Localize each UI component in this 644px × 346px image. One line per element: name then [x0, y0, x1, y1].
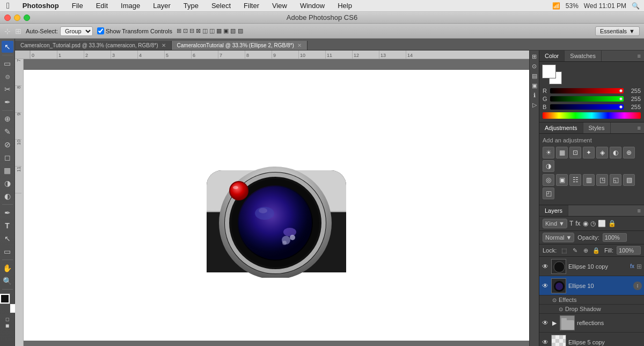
- kind-dropdown[interactable]: Kind ▼: [543, 219, 567, 228]
- layers-panel-menu[interactable]: ≡: [634, 205, 644, 216]
- minimize-button[interactable]: [14, 15, 20, 21]
- adj-threshold[interactable]: ◱: [610, 174, 621, 186]
- menu-image[interactable]: Image: [119, 2, 142, 10]
- lock-position-btn[interactable]: ⊕: [581, 246, 590, 255]
- layer-visibility-reflections[interactable]: 👁: [541, 319, 549, 327]
- search-icon[interactable]: 🔍: [632, 2, 640, 10]
- brush-tool[interactable]: ✎: [2, 126, 13, 138]
- doc-tab-2[interactable]: CameraIconTutorial @ 33.3% (Ellipse 2, R…: [172, 41, 308, 50]
- apple-menu[interactable]: : [4, 1, 12, 11]
- adj-vibrance[interactable]: ◈: [596, 147, 608, 158]
- adj-channel-mixer[interactable]: ▣: [556, 174, 568, 186]
- lasso-tool[interactable]: ⌾: [2, 70, 13, 82]
- gradient-tool[interactable]: ▦: [2, 164, 13, 176]
- layer-ellipse10copy[interactable]: 👁 Ellipse 10 copy fx ⊞: [539, 257, 644, 276]
- arrange-btn[interactable]: ▤: [531, 72, 538, 80]
- tab-adjustments[interactable]: Adjustments: [539, 122, 583, 133]
- layer-fx-ellipse10copy[interactable]: fx: [630, 263, 634, 269]
- zoom-fit-btn[interactable]: ⊞: [531, 53, 538, 60]
- adj-levels[interactable]: ▦: [556, 147, 568, 158]
- menu-edit[interactable]: Edit: [94, 2, 110, 10]
- r-slider[interactable]: [550, 88, 624, 93]
- layer-drop-shadow[interactable]: ⊙ Drop Shadow: [539, 305, 644, 314]
- layer-options-btn-ellipse10[interactable]: ↕: [633, 282, 642, 290]
- filter-icon[interactable]: T: [569, 220, 573, 227]
- tab-color[interactable]: Color: [539, 51, 565, 61]
- blur-tool[interactable]: ◑: [2, 177, 13, 189]
- opacity-input[interactable]: [603, 233, 627, 242]
- menu-filter[interactable]: Filter: [241, 2, 261, 10]
- menu-select[interactable]: Select: [209, 2, 233, 10]
- menu-help[interactable]: Help: [335, 2, 354, 10]
- spot-heal-tool[interactable]: ⊕: [2, 113, 13, 125]
- lock-all-btn[interactable]: 🔒: [592, 246, 601, 255]
- eyedropper-tool[interactable]: ✒: [2, 96, 13, 108]
- foreground-color-swatch[interactable]: [543, 65, 555, 78]
- g-slider[interactable]: [550, 96, 624, 102]
- clone-tool[interactable]: ⊘: [2, 139, 13, 150]
- filter-adjust-icon[interactable]: ◉: [583, 220, 588, 227]
- pen-tool[interactable]: ✒: [2, 207, 13, 219]
- adj-color-lookup[interactable]: ☷: [569, 174, 581, 186]
- adj-brightness[interactable]: ☀: [543, 147, 554, 158]
- dodge-tool[interactable]: ◐: [2, 190, 13, 202]
- crop-tool[interactable]: ✂: [2, 83, 13, 95]
- filter-effect-icon[interactable]: fx: [575, 220, 580, 227]
- layer-visibility-ellipse5copy[interactable]: 👁: [541, 338, 549, 346]
- actions-btn[interactable]: ▷: [531, 101, 538, 109]
- color-spectrum[interactable]: [543, 112, 641, 119]
- doc-tab-1[interactable]: CameraIcon_Tutorial.psd @ 33.3% (camerai…: [15, 41, 172, 50]
- menu-view[interactable]: View: [270, 2, 289, 10]
- menu-layer[interactable]: Layer: [151, 2, 173, 10]
- marquee-tool[interactable]: ▭: [2, 57, 13, 69]
- adj-photo-filter[interactable]: ◎: [543, 174, 554, 186]
- foreground-color[interactable]: [0, 294, 10, 304]
- move-tool[interactable]: ↖: [2, 41, 13, 53]
- channels-btn[interactable]: ▣: [531, 82, 538, 89]
- lock-pixel-btn[interactable]: ✎: [570, 246, 579, 255]
- fill-input[interactable]: [617, 246, 641, 255]
- layer-ellipse5copy[interactable]: 👁: [539, 333, 644, 346]
- show-transform-option[interactable]: Show Transform Controls: [97, 27, 172, 34]
- lock-transparent-btn[interactable]: ⬚: [560, 246, 568, 255]
- filter-smart-icon[interactable]: ◷: [590, 220, 596, 227]
- essentials-button[interactable]: Essentials ▼: [595, 26, 640, 36]
- layer-ellipse10[interactable]: 👁 Ellipse 10 ↕: [539, 276, 644, 295]
- folder-arrow[interactable]: ▶: [551, 320, 558, 326]
- adj-hsl[interactable]: ◐: [610, 147, 621, 158]
- adj-bw[interactable]: ◑: [543, 160, 554, 172]
- eraser-tool[interactable]: ◻: [2, 152, 13, 163]
- layer-visibility-ellipse10copy[interactable]: 👁: [541, 263, 549, 270]
- adj-gradient-map[interactable]: ▧: [623, 174, 635, 186]
- adj-selective-color[interactable]: ◰: [543, 188, 554, 199]
- tab-styles[interactable]: Styles: [583, 122, 611, 133]
- filter-mask-icon[interactable]: ⬜: [598, 220, 606, 227]
- adj-colorbalance[interactable]: ⊕: [623, 147, 635, 158]
- canvas-white[interactable]: [24, 59, 529, 346]
- adj-panel-menu[interactable]: ≡: [634, 122, 644, 133]
- rotate-view-btn[interactable]: ⊙: [531, 62, 538, 70]
- layer-chain-ellipse10copy[interactable]: ⊞: [636, 263, 642, 270]
- filter-color-icon[interactable]: 🔒: [608, 220, 616, 227]
- maximize-button[interactable]: [24, 15, 30, 21]
- tab-swatches[interactable]: Swatches: [565, 51, 602, 61]
- path-select-tool[interactable]: ↖: [2, 233, 13, 244]
- shape-tool[interactable]: ▭: [2, 246, 13, 257]
- layer-reflections-folder[interactable]: 👁 ▶ reflections: [539, 314, 644, 333]
- menu-type[interactable]: Type: [181, 2, 201, 10]
- text-tool[interactable]: T: [2, 220, 13, 232]
- fg-bg-colors[interactable]: [543, 65, 562, 84]
- zoom-tool[interactable]: 🔍: [2, 275, 13, 287]
- color-panel-menu[interactable]: ≡: [634, 51, 644, 61]
- menu-photoshop[interactable]: Photoshop: [20, 2, 61, 10]
- adj-posterize[interactable]: ◳: [596, 174, 608, 186]
- show-transform-checkbox[interactable]: [97, 27, 104, 34]
- info-btn[interactable]: ℹ: [531, 91, 538, 99]
- adj-invert[interactable]: ▥: [583, 174, 595, 186]
- menu-window[interactable]: Window: [298, 2, 327, 10]
- blend-mode-dropdown[interactable]: Normal ▼: [543, 233, 574, 242]
- layer-visibility-ellipse10[interactable]: 👁: [541, 282, 549, 290]
- adj-curves[interactable]: ⊡: [569, 147, 581, 158]
- hand-tool[interactable]: ✋: [2, 262, 13, 274]
- b-slider[interactable]: [550, 104, 624, 110]
